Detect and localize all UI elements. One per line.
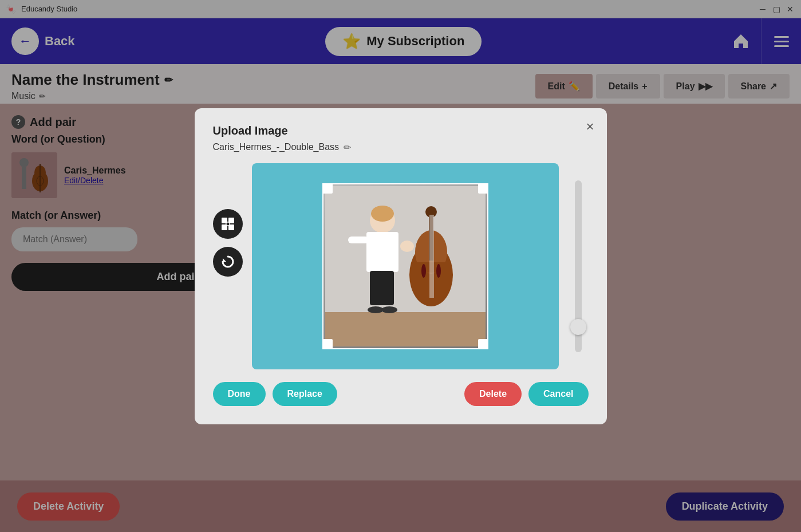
modal-close-button[interactable]: × xyxy=(586,119,594,135)
crop-corner-br[interactable] xyxy=(478,339,488,349)
modal-title: Upload Image xyxy=(213,124,589,137)
rotate-icon xyxy=(220,254,235,269)
modal-filename: Caris_Hermes_-_Double_Bass xyxy=(213,142,340,152)
done-button[interactable]: Done xyxy=(213,382,266,406)
svg-point-18 xyxy=(371,206,394,222)
replace-button[interactable]: Replace xyxy=(273,382,337,406)
zoom-slider-container[interactable] xyxy=(568,163,589,369)
svg-point-36 xyxy=(400,241,414,252)
zoom-slider-track[interactable] xyxy=(575,180,582,352)
svg-rect-16 xyxy=(325,312,486,346)
modal-overlay[interactable]: Upload Image Caris_Hermes_-_Double_Bass … xyxy=(0,0,801,532)
flip-button[interactable] xyxy=(213,209,243,239)
svg-point-30 xyxy=(421,264,426,278)
crop-container[interactable] xyxy=(252,163,559,369)
svg-point-24 xyxy=(381,306,397,313)
crop-corner-bl[interactable] xyxy=(322,339,333,349)
crop-corner-tr[interactable] xyxy=(478,183,488,194)
svg-point-23 xyxy=(368,306,384,313)
cancel-button[interactable]: Cancel xyxy=(528,382,588,406)
filename-edit-icon[interactable]: ✏ xyxy=(344,142,351,153)
modal-footer-right: Delete Cancel xyxy=(464,382,589,406)
crop-inner xyxy=(322,183,488,349)
svg-point-31 xyxy=(436,264,441,278)
image-preview xyxy=(325,186,486,346)
modal-footer: Done Replace Delete Cancel xyxy=(213,382,589,406)
crop-photo xyxy=(323,184,487,348)
modal-image-controls xyxy=(213,163,243,277)
modal-footer-left: Done Replace xyxy=(213,382,337,406)
svg-point-14 xyxy=(226,222,229,225)
rotate-button[interactable] xyxy=(213,247,243,277)
modal-image-area xyxy=(213,163,589,369)
zoom-slider-thumb[interactable] xyxy=(570,319,586,335)
crop-corner-tl[interactable] xyxy=(322,183,333,194)
svg-rect-22 xyxy=(380,271,394,305)
flip-icon xyxy=(220,216,235,231)
svg-rect-19 xyxy=(366,232,398,272)
modal-filename-row: Caris_Hermes_-_Double_Bass ✏ xyxy=(213,142,589,153)
upload-image-modal: Upload Image Caris_Hermes_-_Double_Bass … xyxy=(195,108,607,424)
delete-button[interactable]: Delete xyxy=(464,382,522,406)
svg-rect-20 xyxy=(348,237,369,243)
